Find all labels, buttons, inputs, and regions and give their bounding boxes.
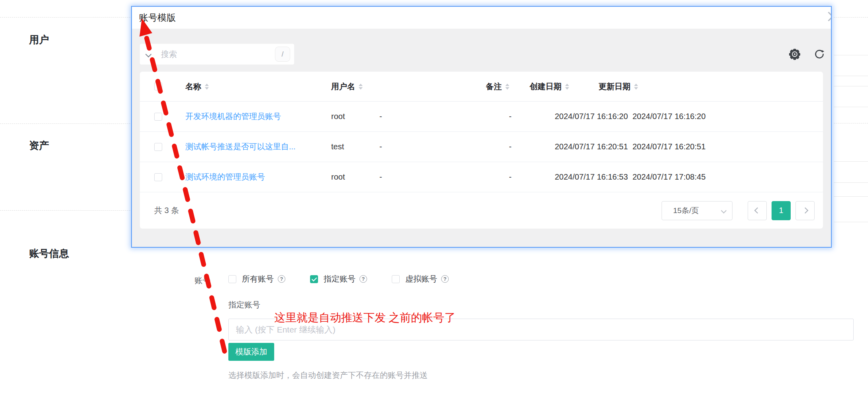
- row-checkbox[interactable]: [154, 143, 162, 151]
- page: 用户 资产 账号信息 账号模版 /: [0, 0, 868, 405]
- cell-extra: -: [379, 142, 509, 151]
- total-count: 共 3 条: [154, 205, 179, 216]
- table-toolbar: /: [140, 44, 823, 65]
- background-divider: [834, 161, 868, 162]
- template-name-link[interactable]: 开发环境机器的管理员账号: [185, 111, 281, 122]
- row-checkbox[interactable]: [154, 113, 162, 121]
- help-icon[interactable]: ?: [359, 275, 367, 283]
- table-footer: 共 3 条 15条/页 1: [140, 192, 823, 229]
- sort-icon[interactable]: [505, 84, 509, 90]
- background-divider: [834, 182, 868, 183]
- cell-username: root: [331, 112, 379, 121]
- column-header-updated[interactable]: 更新日期: [599, 81, 823, 92]
- row-checkbox[interactable]: [154, 173, 162, 181]
- chevron-left-icon: [754, 207, 760, 214]
- section-label-users: 用户: [29, 33, 49, 46]
- background-divider: [0, 123, 130, 124]
- sort-icon[interactable]: [565, 84, 569, 90]
- sort-icon[interactable]: [205, 84, 209, 90]
- template-name-link[interactable]: 测试环境的管理员账号: [185, 172, 265, 182]
- background-divider: [834, 55, 868, 55]
- column-header-name[interactable]: 名称: [185, 81, 331, 92]
- option-all-accounts[interactable]: 所有账号 ?: [228, 274, 285, 284]
- section-label-assets: 资产: [29, 139, 49, 152]
- cell-note: -: [509, 112, 555, 121]
- checkbox-unchecked-icon[interactable]: [228, 275, 236, 283]
- checkbox-checked-icon[interactable]: [310, 275, 318, 283]
- column-header-created[interactable]: 创建日期: [530, 81, 599, 92]
- account-field-label: 账号: [171, 275, 210, 286]
- option-specified-accounts[interactable]: 指定账号 ?: [310, 274, 367, 284]
- cell-note: -: [509, 142, 555, 151]
- help-icon[interactable]: ?: [278, 275, 285, 283]
- table-row: 测试帐号推送是否可以这里自... test - - 2024/07/17 16:…: [140, 132, 823, 162]
- sort-icon[interactable]: [359, 84, 363, 90]
- annotation-text: 这里就是自动推送下发 之前的帐号了: [274, 310, 456, 325]
- page-1-button[interactable]: 1: [772, 201, 791, 220]
- background-divider: [834, 76, 868, 76]
- option-virtual-accounts[interactable]: 虚拟账号 ?: [392, 274, 449, 284]
- page-size-select[interactable]: 15条/页: [662, 201, 732, 220]
- search-input[interactable]: [160, 49, 275, 59]
- template-name-link[interactable]: 测试帐号推送是否可以这里自...: [185, 141, 296, 152]
- cell-extra: -: [379, 172, 509, 182]
- gear-icon[interactable]: [789, 48, 801, 60]
- column-header-note[interactable]: 备注: [486, 81, 530, 92]
- chevron-right-icon[interactable]: [824, 12, 832, 21]
- account-template-modal: 账号模版 /: [131, 6, 832, 248]
- modal-body: /: [132, 29, 831, 248]
- background-divider: [0, 210, 130, 211]
- modal-header: 账号模版: [132, 7, 831, 29]
- account-type-options: 所有账号 ? 指定账号 ? 虚拟账号 ?: [228, 274, 449, 284]
- background-divider: [0, 17, 130, 18]
- background-divider: [834, 17, 868, 18]
- chevron-down-icon: [721, 207, 727, 213]
- cell-updated: 2024/07/17 17:08:45: [632, 172, 823, 182]
- specified-account-label: 指定账号: [228, 299, 260, 310]
- specified-account-input[interactable]: [235, 325, 847, 335]
- helper-text: 选择模版添加时，会自动创建资产下不存在的账号并推送: [228, 370, 428, 381]
- section-label-account-info: 账号信息: [29, 247, 69, 260]
- table-row: 测试环境的管理员账号 root - - 2024/07/17 16:16:53 …: [140, 162, 823, 192]
- cell-created: 2024/07/17 16:16:20: [555, 112, 632, 121]
- cell-username: root: [331, 172, 379, 182]
- checkbox-unchecked-icon[interactable]: [392, 275, 400, 283]
- next-page-button[interactable]: [795, 201, 815, 220]
- slash-shortcut-badge: /: [275, 47, 290, 62]
- cell-created: 2024/07/17 16:16:53: [555, 172, 632, 182]
- account-template-table: 名称 用户名 备注 创建日期: [140, 72, 823, 229]
- background-divider: [834, 222, 868, 222]
- prev-page-button[interactable]: [748, 201, 767, 220]
- help-icon[interactable]: ?: [441, 275, 449, 283]
- modal-title: 账号模版: [139, 12, 176, 24]
- cell-created: 2024/07/17 16:20:51: [555, 142, 632, 151]
- cell-updated: 2024/07/17 16:20:51: [632, 142, 823, 151]
- cell-extra: -: [379, 112, 509, 121]
- background-divider: [834, 123, 868, 123]
- sort-icon[interactable]: [634, 84, 638, 90]
- background-divider: [834, 107, 868, 107]
- column-header-username[interactable]: 用户名: [331, 81, 486, 92]
- toolbar-icons: [789, 48, 825, 60]
- cell-updated: 2024/07/17 16:16:20: [632, 112, 823, 121]
- chevron-right-icon: [802, 207, 808, 214]
- search-box[interactable]: /: [140, 44, 294, 65]
- background-divider: [834, 86, 868, 86]
- select-all-checkbox[interactable]: [154, 82, 162, 90]
- chevron-down-icon[interactable]: [145, 51, 152, 57]
- cell-username: test: [331, 142, 379, 151]
- table-header-row: 名称 用户名 备注 创建日期: [140, 72, 823, 102]
- refresh-icon[interactable]: [813, 48, 825, 60]
- pagination: 15条/页 1: [662, 201, 815, 220]
- background-divider: [834, 196, 868, 197]
- table-row: 开发环境机器的管理员账号 root - - 2024/07/17 16:16:2…: [140, 102, 823, 132]
- template-add-button[interactable]: 模版添加: [228, 343, 274, 361]
- cell-note: -: [509, 172, 555, 182]
